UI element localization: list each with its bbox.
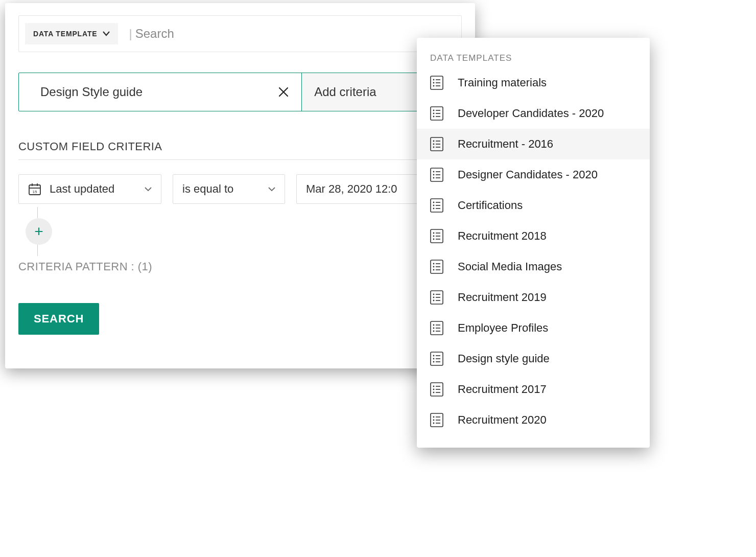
dropdown-item[interactable]: Training materials <box>417 67 650 98</box>
add-criteria-row-button[interactable]: + <box>26 218 52 245</box>
search-button[interactable]: SEARCH <box>18 303 99 335</box>
svg-text:15: 15 <box>33 190 37 194</box>
plus-icon: + <box>34 223 43 240</box>
connector-line <box>37 245 38 256</box>
svg-point-71 <box>433 358 435 360</box>
search-placeholder: Search <box>135 27 174 41</box>
criteria-row: 15 Last updated is equal to Mar 28, 2020… <box>18 174 462 204</box>
svg-point-13 <box>433 110 435 111</box>
dropdown-item[interactable]: Social Media Images <box>417 251 650 282</box>
criteria-field-select[interactable]: 15 Last updated <box>18 174 161 204</box>
chevron-down-icon <box>145 187 152 192</box>
svg-point-17 <box>433 116 435 118</box>
criteria-field-label: Last updated <box>50 182 114 196</box>
dropdown-item[interactable]: Recruitment 2020 <box>417 405 650 435</box>
svg-point-55 <box>433 294 435 295</box>
template-icon <box>430 382 443 397</box>
selected-template-name: Design Style guide <box>40 85 143 99</box>
divider <box>18 159 462 160</box>
dropdown-item[interactable]: Employee Profiles <box>417 313 650 343</box>
svg-point-50 <box>433 266 435 268</box>
svg-point-6 <box>433 79 435 81</box>
dropdown-list: Training materialsDeveloper Candidates -… <box>417 67 650 435</box>
svg-point-76 <box>433 386 435 387</box>
svg-point-66 <box>433 331 435 332</box>
dropdown-item-label: Employee Profiles <box>458 321 548 335</box>
svg-point-83 <box>433 416 435 418</box>
svg-point-29 <box>433 174 435 176</box>
dropdown-item[interactable]: Designer Candidates - 2020 <box>417 159 650 190</box>
svg-point-34 <box>433 202 435 203</box>
template-icon <box>430 290 443 305</box>
dropdown-item-label: Social Media Images <box>458 260 562 273</box>
svg-point-8 <box>433 82 435 84</box>
svg-point-24 <box>433 147 435 148</box>
template-icon <box>430 229 443 243</box>
text-cursor-icon: | <box>129 27 132 41</box>
svg-point-22 <box>433 144 435 145</box>
dropdown-item-label: Developer Candidates - 2020 <box>458 107 604 120</box>
search-panel: DATA TEMPLATE | Search Design Style guid… <box>5 3 475 368</box>
dropdown-item-label: Design style guide <box>458 352 550 365</box>
svg-point-64 <box>433 328 435 329</box>
criteria-pattern-label: CRITERIA PATTERN : <box>18 260 134 273</box>
template-icon <box>430 352 443 366</box>
criteria-pattern-value: (1) <box>138 260 152 273</box>
svg-point-36 <box>433 205 435 206</box>
template-type-selector[interactable]: DATA TEMPLATE <box>25 23 118 44</box>
dropdown-item[interactable]: Recruitment 2018 <box>417 221 650 251</box>
search-input[interactable]: | Search <box>118 16 174 52</box>
svg-point-78 <box>433 389 435 390</box>
data-templates-dropdown: DATA TEMPLATES Training materialsDevelop… <box>417 38 650 448</box>
svg-point-41 <box>433 233 435 234</box>
template-icon <box>430 321 443 335</box>
connector-line <box>37 207 38 218</box>
calendar-icon: 15 <box>28 182 41 196</box>
svg-point-10 <box>433 85 435 87</box>
dropdown-item-label: Recruitment 2017 <box>458 383 547 396</box>
search-button-label: SEARCH <box>34 312 84 325</box>
svg-point-27 <box>433 171 435 173</box>
criteria-value: Mar 28, 2020 12:0 <box>306 182 397 196</box>
template-icon <box>430 413 443 427</box>
search-bar: DATA TEMPLATE | Search <box>18 15 462 52</box>
svg-point-59 <box>433 300 435 301</box>
svg-point-31 <box>433 177 435 179</box>
add-criteria-label: Add criteria <box>314 85 376 99</box>
svg-point-87 <box>433 423 435 424</box>
chevron-down-icon <box>103 31 110 36</box>
dropdown-item[interactable]: Recruitment 2019 <box>417 282 650 313</box>
svg-point-43 <box>433 236 435 237</box>
custom-field-heading: CUSTOM FIELD CRITERIA <box>18 140 462 153</box>
criteria-operator-label: is equal to <box>182 182 233 196</box>
dropdown-header: DATA TEMPLATES <box>417 53 650 67</box>
dropdown-item-label: Recruitment 2019 <box>458 291 547 304</box>
svg-point-48 <box>433 263 435 265</box>
dropdown-item-label: Training materials <box>458 76 547 89</box>
svg-point-80 <box>433 392 435 393</box>
dropdown-item-label: Designer Candidates - 2020 <box>458 168 598 181</box>
clear-template-icon[interactable] <box>278 86 289 98</box>
svg-point-15 <box>433 113 435 114</box>
template-icon <box>430 137 443 151</box>
selected-template: Design Style guide <box>19 73 302 111</box>
svg-point-62 <box>433 324 435 326</box>
chevron-down-icon <box>268 187 275 192</box>
dropdown-item[interactable]: Design style guide <box>417 343 650 374</box>
dropdown-item-label: Recruitment - 2016 <box>458 137 553 151</box>
svg-point-85 <box>433 420 435 421</box>
dropdown-item[interactable]: Certifications <box>417 190 650 221</box>
dropdown-item-label: Certifications <box>458 199 523 212</box>
template-icon <box>430 198 443 213</box>
template-icon <box>430 106 443 121</box>
dropdown-item-label: Recruitment 2018 <box>458 229 547 243</box>
selected-template-row: Design Style guide Add criteria <box>18 73 462 111</box>
dropdown-item[interactable]: Recruitment - 2016 <box>417 129 650 159</box>
dropdown-item[interactable]: Developer Candidates - 2020 <box>417 98 650 129</box>
dropdown-item[interactable]: Recruitment 2017 <box>417 374 650 405</box>
criteria-operator-select[interactable]: is equal to <box>173 174 285 204</box>
svg-point-38 <box>433 208 435 210</box>
dropdown-item-label: Recruitment 2020 <box>458 413 547 427</box>
template-icon <box>430 260 443 274</box>
template-icon <box>430 76 443 90</box>
